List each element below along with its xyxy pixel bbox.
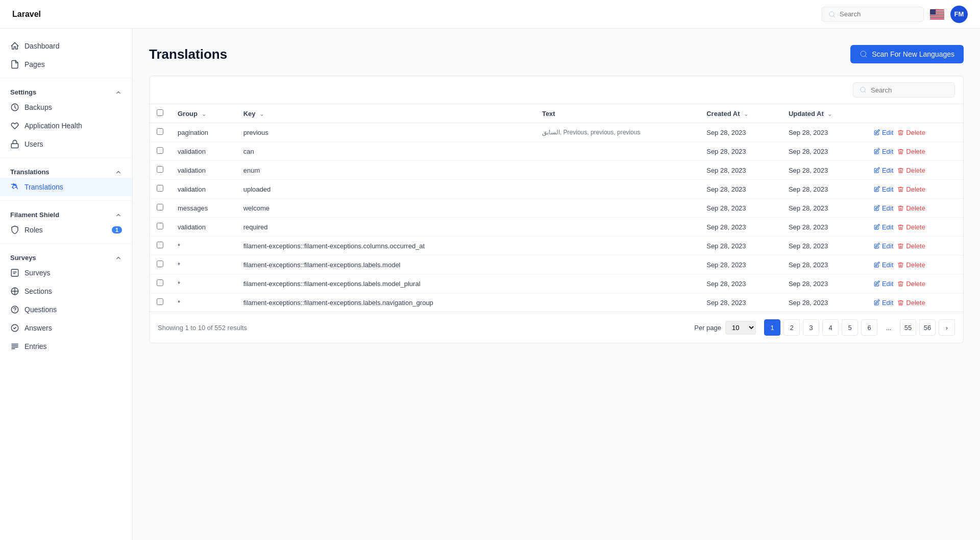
delete-button-8[interactable]: Delete — [897, 280, 925, 288]
navbar-search-container — [822, 7, 924, 22]
svg-rect-16 — [11, 144, 18, 148]
page-btn-next[interactable]: › — [939, 319, 955, 336]
sidebar-item-users[interactable]: Users — [0, 135, 132, 153]
delete-button-4[interactable]: Delete — [897, 204, 925, 212]
edit-button-4[interactable]: Edit — [873, 204, 893, 212]
sidebar-section-translations[interactable]: Translations — [0, 162, 132, 178]
sidebar-section-surveys[interactable]: Surveys — [0, 248, 132, 264]
table-body: pagination previous السابق, Previous, pr… — [150, 123, 963, 312]
chevron-up-icon-4 — [115, 254, 122, 262]
row-updated-5: Sep 28, 2023 — [781, 218, 866, 237]
row-actions-4: Edit Delete — [866, 199, 963, 218]
delete-button-3[interactable]: Delete — [897, 185, 925, 193]
table-row: * filament-exceptions::filament-exceptio… — [150, 255, 963, 274]
col-text: Text — [535, 104, 699, 123]
edit-button-0[interactable]: Edit — [873, 129, 893, 136]
sidebar-item-answers[interactable]: Answers — [0, 319, 132, 337]
row-checkbox-6[interactable] — [157, 242, 163, 248]
sidebar-item-sections[interactable]: Sections — [0, 282, 132, 300]
delete-button-5[interactable]: Delete — [897, 223, 925, 231]
sidebar-item-questions[interactable]: Questions — [0, 300, 132, 319]
page-btn-4[interactable]: 4 — [822, 319, 839, 336]
row-checkbox-1[interactable] — [157, 147, 163, 154]
col-key[interactable]: Key ⌄ — [236, 104, 535, 123]
translations-table: Group ⌄ Key ⌄ Text Created At ⌄ — [150, 104, 963, 312]
row-checkbox-9[interactable] — [157, 298, 163, 305]
delete-icon-7 — [897, 262, 904, 268]
per-page-select[interactable]: 10 25 50 100 — [725, 321, 756, 335]
row-created-3: Sep 28, 2023 — [699, 180, 781, 199]
table-search-input[interactable] — [871, 86, 948, 94]
sections-icon — [10, 287, 19, 296]
page-btn-55[interactable]: 55 — [900, 319, 916, 336]
row-updated-1: Sep 28, 2023 — [781, 142, 866, 161]
page-btn-1[interactable]: 1 — [764, 319, 780, 336]
col-created-at[interactable]: Created At ⌄ — [699, 104, 781, 123]
row-key-2: enum — [236, 161, 535, 180]
delete-icon-0 — [897, 129, 904, 136]
avatar[interactable]: FM — [950, 6, 968, 23]
row-actions-2: Edit Delete — [866, 161, 963, 180]
svg-rect-9 — [930, 15, 944, 16]
sidebar-label-entries: Entries — [24, 342, 47, 350]
row-checkbox-7[interactable] — [157, 261, 163, 267]
delete-button-6[interactable]: Delete — [897, 242, 925, 250]
row-created-9: Sep 28, 2023 — [699, 293, 781, 312]
table-row: * filament-exceptions::filament-exceptio… — [150, 237, 963, 255]
edit-button-9[interactable]: Edit — [873, 299, 893, 307]
col-updated-at[interactable]: Updated At ⌄ — [781, 104, 866, 123]
pagination-controls: 1 2 3 4 5 6 ... 55 56 › — [764, 319, 955, 336]
row-text-9 — [535, 293, 699, 312]
row-checkbox-0[interactable] — [157, 128, 163, 135]
row-checkbox-5[interactable] — [157, 223, 163, 229]
sidebar-item-pages[interactable]: Pages — [0, 55, 132, 74]
delete-button-0[interactable]: Delete — [897, 129, 925, 136]
row-checkbox-cell — [150, 142, 170, 161]
sidebar-section-settings[interactable]: Settings — [0, 82, 132, 98]
delete-button-1[interactable]: Delete — [897, 148, 925, 155]
sidebar-item-backups[interactable]: Backups — [0, 98, 132, 116]
sidebar-section-filament-shield[interactable]: Filament Shield — [0, 205, 132, 221]
row-checkbox-4[interactable] — [157, 204, 163, 210]
row-created-5: Sep 28, 2023 — [699, 218, 781, 237]
sidebar-label-questions: Questions — [24, 306, 57, 314]
sidebar-item-entries[interactable]: Entries — [0, 337, 132, 356]
sidebar-item-translations[interactable]: Translations — [0, 178, 132, 196]
chevron-up-icon-3 — [115, 212, 122, 219]
sidebar-item-surveys[interactable]: Surveys — [0, 264, 132, 282]
table-row: validation can Sep 28, 2023 Sep 28, 2023… — [150, 142, 963, 161]
sidebar-item-application-health[interactable]: Application Health — [0, 116, 132, 135]
edit-icon-2 — [873, 167, 880, 174]
delete-button-2[interactable]: Delete — [897, 167, 925, 174]
edit-button-5[interactable]: Edit — [873, 223, 893, 231]
svg-rect-12 — [930, 17, 944, 18]
delete-button-7[interactable]: Delete — [897, 261, 925, 269]
page-btn-6[interactable]: 6 — [861, 319, 877, 336]
sidebar-item-roles[interactable]: Roles 1 — [0, 221, 132, 239]
svg-rect-14 — [930, 9, 936, 15]
select-all-checkbox[interactable] — [157, 109, 163, 116]
row-checkbox-3[interactable] — [157, 185, 163, 192]
edit-button-1[interactable]: Edit — [873, 148, 893, 155]
page-title: Translations — [149, 46, 227, 62]
row-checkbox-8[interactable] — [157, 279, 163, 286]
page-btn-5[interactable]: 5 — [842, 319, 858, 336]
edit-button-3[interactable]: Edit — [873, 185, 893, 193]
col-group[interactable]: Group ⌄ — [170, 104, 236, 123]
sidebar-item-dashboard[interactable]: Dashboard — [0, 37, 132, 55]
row-actions-0: Edit Delete — [866, 123, 963, 142]
row-checkbox-2[interactable] — [157, 166, 163, 173]
scan-button[interactable]: Scan For New Languages — [850, 45, 964, 63]
edit-button-7[interactable]: Edit — [873, 261, 893, 269]
navbar-search-input[interactable] — [840, 10, 917, 18]
page-btn-56[interactable]: 56 — [919, 319, 936, 336]
edit-icon-5 — [873, 224, 880, 230]
delete-button-9[interactable]: Delete — [897, 299, 925, 307]
page-btn-2[interactable]: 2 — [783, 319, 800, 336]
edit-button-2[interactable]: Edit — [873, 167, 893, 174]
page-btn-3[interactable]: 3 — [803, 319, 819, 336]
edit-button-8[interactable]: Edit — [873, 280, 893, 288]
edit-button-6[interactable]: Edit — [873, 242, 893, 250]
delete-icon-5 — [897, 224, 904, 230]
flag-icon[interactable] — [930, 9, 944, 19]
